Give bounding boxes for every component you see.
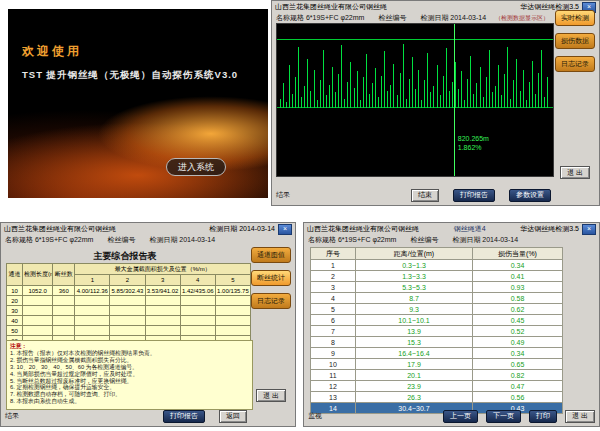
signal-spike xyxy=(357,71,358,107)
titlebar: 山西兰花集团丝绳业有限公司钢丝绳 华达钢丝绳检测3.5 × xyxy=(272,1,599,12)
damage-row[interactable]: 815.30.49 xyxy=(311,337,563,348)
prev-page-button[interactable]: 上一页 xyxy=(443,410,478,423)
next-page-button[interactable]: 下一页 xyxy=(486,410,521,423)
damage-row[interactable]: 916.4~16.40.34 xyxy=(311,348,563,359)
damage-row[interactable]: 48.70.58 xyxy=(311,293,563,304)
print-button[interactable]: 打印 xyxy=(529,410,557,423)
sub-header-1: 1 xyxy=(75,275,110,286)
close-icon[interactable]: × xyxy=(278,224,292,235)
signal-spike xyxy=(458,89,459,107)
damage-row[interactable]: 1326.30.56 xyxy=(311,392,563,403)
damage-row[interactable]: 610.1~10.10.45 xyxy=(311,315,563,326)
plot-note: （检测数据显示区） xyxy=(495,14,549,23)
side-button-log[interactable]: 日志记录 xyxy=(555,56,595,72)
test-date: 检测日期 2014-03-14 xyxy=(149,235,215,245)
signal-spike xyxy=(427,53,428,108)
damage-row[interactable]: 59.30.62 xyxy=(311,304,563,315)
cursor-line[interactable] xyxy=(454,24,455,176)
spec-name: 名称规格 6*19S+FC φ22mm xyxy=(308,235,396,245)
signal-spike xyxy=(532,61,533,108)
spike-container xyxy=(277,24,553,176)
signal-spike xyxy=(341,45,342,107)
signal-spike xyxy=(344,99,345,108)
flame-graphic xyxy=(8,9,268,198)
damage-row[interactable]: 10.3~1.30.34 xyxy=(311,260,563,271)
side-button-log[interactable]: 日志记录 xyxy=(251,293,291,309)
signal-spike xyxy=(495,86,496,107)
signal-spike xyxy=(338,74,339,107)
damage-row[interactable]: 1017.90.65 xyxy=(311,359,563,370)
print-report-button[interactable]: 打印报告 xyxy=(453,189,495,202)
rope-number-label: 检丝编号 xyxy=(107,235,135,245)
report-row: 101052.03604.00/112.365.85/302.433.53/94… xyxy=(7,286,251,296)
print-report-button[interactable]: 打印报告 xyxy=(163,410,205,423)
report-row: 20 xyxy=(7,296,251,306)
waveform-plot[interactable]: 820.265m 1.862% xyxy=(276,23,554,177)
signal-spike xyxy=(455,62,456,108)
back-button[interactable]: 返回 xyxy=(219,410,247,423)
signal-spike xyxy=(335,92,336,107)
signal-spike xyxy=(418,70,419,108)
spec-name: 名称规格 6*19S+FC φ22mm xyxy=(5,235,93,245)
signal-spike xyxy=(516,59,517,108)
signal-spike xyxy=(498,65,499,108)
exit-button[interactable]: 退 出 xyxy=(560,166,590,179)
damage-row[interactable]: 1223.90.47 xyxy=(311,381,563,392)
report-window: 山西兰花集团丝绳业有限公司钢丝绳 检测日期 2014-03-14 × 名称规格 … xyxy=(0,222,296,427)
sub-header-3: 3 xyxy=(145,275,180,286)
status-text: 结果 xyxy=(276,190,290,200)
status-text: 监视 xyxy=(308,411,322,421)
side-button-damage-data[interactable]: 损伤数据 xyxy=(555,33,595,49)
signal-spike xyxy=(289,65,290,108)
exit-button[interactable]: 退 出 xyxy=(565,410,595,423)
col-header-broken: 断丝数 xyxy=(53,264,75,286)
damage-table: 序号 距离/位置(m) 损伤当量(%) 10.3~1.30.3421.3~3.3… xyxy=(310,247,563,414)
notes-list: 1. 本报告（报表）仅对本次检测的钢丝绳检测结果负责。2. 损伤当量指钢丝绳金属… xyxy=(10,350,249,405)
signal-spike xyxy=(526,100,527,108)
note-line: 1. 本报告（报表）仅对本次检测的钢丝绳检测结果负责。 xyxy=(10,350,249,357)
signal-spike xyxy=(480,67,481,108)
exit-button[interactable]: 退 出 xyxy=(256,389,286,402)
damage-row[interactable]: 713.90.52 xyxy=(311,326,563,337)
signal-spike xyxy=(384,51,385,107)
signal-spike xyxy=(381,76,382,108)
enter-system-button[interactable]: 进入系统 xyxy=(166,158,226,176)
damage-row[interactable]: 1120.10.82 xyxy=(311,370,563,381)
report-row: 30 xyxy=(7,306,251,316)
sub-header-5: 5 xyxy=(215,275,250,286)
side-button-channel-plot[interactable]: 通道图值 xyxy=(251,247,291,263)
signal-spike xyxy=(323,50,324,108)
damage-row[interactable]: 21.3~3.30.41 xyxy=(311,271,563,282)
signal-spike xyxy=(307,59,308,108)
signal-spike xyxy=(286,102,287,108)
close-icon[interactable]: × xyxy=(582,224,596,235)
damage-row[interactable]: 35.3~5.30.93 xyxy=(311,282,563,293)
signal-spike xyxy=(366,54,367,107)
signal-spike xyxy=(486,77,487,107)
col-header-length: 检测长度(m) xyxy=(23,264,53,286)
col-header-group: 最大金属截面积损失及位置（%/m） xyxy=(75,264,251,275)
signal-spike xyxy=(326,95,327,107)
side-button-broken-wire-stats[interactable]: 断丝统计 xyxy=(251,270,291,286)
signal-spike xyxy=(449,91,450,108)
signal-spike xyxy=(541,50,542,108)
company-name: 山西兰花集团丝绳业有限公司钢丝绳 xyxy=(4,224,116,234)
welcome-text: 欢迎使用 xyxy=(22,43,82,60)
signal-spike xyxy=(378,97,379,108)
signal-spike xyxy=(400,73,401,108)
signal-spike xyxy=(443,76,444,108)
end-button[interactable]: 结束 xyxy=(411,189,439,202)
spec-row: 名称规格 6*19S+FC φ22mm 检丝编号 检测日期 2014-03-14 xyxy=(308,235,551,245)
signal-spike xyxy=(350,62,351,108)
note-line: 2. 损伤当量指钢丝绳金属横截面积损失百分比。 xyxy=(10,357,249,364)
signal-spike xyxy=(310,91,311,108)
note-line: 4. 当局部损伤当量超过规定限值时，应及时处理。 xyxy=(10,371,249,378)
params-button[interactable]: 参数设置 xyxy=(509,189,551,202)
signal-spike xyxy=(292,94,293,108)
signal-spike xyxy=(483,97,484,108)
side-button-realtime[interactable]: 实时检测 xyxy=(555,10,595,26)
signal-spike xyxy=(424,80,425,107)
realtime-window: 山西兰花集团丝绳业有限公司钢丝绳 华达钢丝绳检测3.5 × 名称规格 6*19S… xyxy=(271,0,600,206)
note-line: 3. 10、20、30、40、50、60 为各检测通道编号。 xyxy=(10,364,249,371)
signal-spike xyxy=(369,94,370,108)
